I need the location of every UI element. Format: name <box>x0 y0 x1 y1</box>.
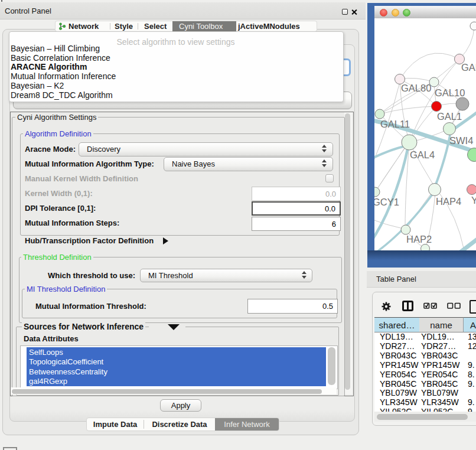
svg-text:HAP2: HAP2 <box>406 234 432 244</box>
svg-text:GAL11: GAL11 <box>380 119 410 129</box>
svg-text:SWI4: SWI4 <box>449 135 473 146</box>
svg-text:YEL: YEL <box>471 195 476 206</box>
svg-text:GAL4: GAL4 <box>410 149 435 160</box>
svg-text:GAL80: GAL80 <box>401 83 431 93</box>
svg-text:HAP4: HAP4 <box>436 196 461 207</box>
svg-text:GAL10: GAL10 <box>435 87 465 98</box>
svg-text:GCY1: GCY1 <box>374 197 399 207</box>
svg-text:GAL1: GAL1 <box>437 111 462 122</box>
svg-text:GAL2: GAL2 <box>461 62 476 73</box>
